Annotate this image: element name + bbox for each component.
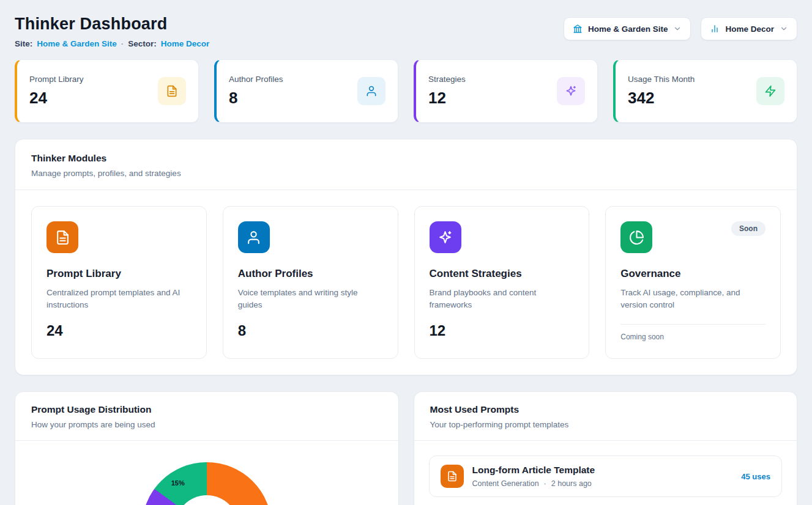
sector-selector-dropdown[interactable]: Home Decor [701,17,797,40]
prompt-usage-panel: Prompt Usage Distribution How your promp… [15,391,399,505]
module-top [47,221,192,253]
prompt-item-meta: Content Generation · 2 hours ago [472,479,733,488]
module-description: Track AI usage, compliance, and version … [620,287,765,312]
bar-chart-icon [710,24,720,34]
module-card-content-strategies[interactable]: Content Strategies Brand playbooks and c… [414,206,590,359]
pie-chart-icon [620,221,652,253]
stat-card-prompt-library: Prompt Library 24 [15,59,199,123]
site-link[interactable]: Home & Garden Site [37,39,117,48]
donut-chart-wrap: 15% [142,462,272,505]
module-title: Content Strategies [430,268,575,280]
chevron-down-icon [673,24,682,33]
module-title: Governance [620,268,765,280]
prompt-list-item[interactable]: Long-form Article Template Content Gener… [429,455,783,497]
module-description: Brand playbooks and content frameworks [430,287,575,312]
stat-info: Usage This Month 342 [628,75,695,108]
building-icon [573,24,583,34]
usage-panel-header: Prompt Usage Distribution How your promp… [15,392,398,441]
module-count: 8 [238,322,383,339]
usage-panel-title: Prompt Usage Distribution [31,404,382,415]
donut-segment-label: 15% [171,479,185,487]
stat-label: Usage This Month [628,75,695,84]
soon-badge: Soon [731,221,765,236]
modules-section-title: Thinker Modules [31,153,781,164]
module-card-author-profiles[interactable]: Author Profiles Voice templates and writ… [223,206,398,359]
modules-section-subtitle: Manage prompts, profiles, and strategies [31,169,781,178]
stat-card-usage: Usage This Month 342 [613,59,797,123]
prompts-panel-title: Most Used Prompts [430,404,781,415]
prompt-list: Long-form Article Template Content Gener… [414,441,797,505]
stat-value: 12 [428,89,466,108]
file-text-icon [441,465,464,488]
file-text-icon [158,77,186,105]
stat-value: 24 [29,89,84,108]
usage-panel-subtitle: How your prompts are being used [31,420,382,429]
divider [620,324,765,325]
thinker-modules-section: Thinker Modules Manage prompts, profiles… [15,139,797,375]
stat-card-author-profiles: Author Profiles 8 [214,59,398,123]
prompts-panel-subtitle: Your top-performing prompt templates [430,420,781,429]
stats-row: Prompt Library 24 Author Profiles 8 Stra… [15,59,797,123]
meta-separator: · [544,479,546,488]
breadcrumb: Site: Home & Garden Site · Sector: Home … [15,39,209,48]
site-selector-label: Home & Garden Site [588,24,668,34]
coming-soon-note: Coming soon [620,333,765,341]
module-count: 24 [47,322,192,339]
modules-section-header: Thinker Modules Manage prompts, profiles… [15,139,797,190]
bottom-panels: Prompt Usage Distribution How your promp… [15,391,797,505]
user-icon [238,221,270,253]
prompt-item-category: Content Generation [472,479,539,488]
prompt-item-time: 2 hours ago [551,479,592,488]
sparkle-star-icon [557,77,585,105]
user-icon [357,77,386,105]
stat-value: 8 [229,89,283,108]
page-title: Thinker Dashboard [15,15,209,34]
module-card-prompt-library[interactable]: Prompt Library Centralized prompt templa… [31,206,207,359]
dashboard-page: Thinker Dashboard Site: Home & Garden Si… [0,0,812,505]
module-top: Soon [620,221,765,253]
most-used-prompts-panel: Most Used Prompts Your top-performing pr… [414,391,798,505]
stat-info: Author Profiles 8 [229,75,283,108]
module-title: Prompt Library [47,268,192,280]
module-description: Centralized prompt templates and AI inst… [47,287,192,312]
sector-label: Sector: [128,39,157,48]
sector-link[interactable]: Home Decor [161,39,210,48]
module-title: Author Profiles [238,268,383,280]
chevron-down-icon [780,24,788,33]
module-top [430,221,575,253]
prompt-item-main: Long-form Article Template Content Gener… [472,465,733,488]
module-top [238,221,383,253]
stat-card-strategies: Strategies 12 [414,59,598,123]
stat-label: Prompt Library [29,75,84,84]
module-description: Voice templates and writing style guides [238,287,383,312]
prompts-panel-header: Most Used Prompts Your top-performing pr… [414,392,797,441]
module-card-governance[interactable]: Soon Governance Track AI usage, complian… [605,206,781,359]
site-label: Site: [15,39,32,48]
sparkle-star-icon [430,221,461,253]
stat-info: Strategies 12 [428,75,466,108]
site-selector-dropdown[interactable]: Home & Garden Site [564,17,691,40]
prompt-item-title: Long-form Article Template [472,465,733,476]
topbar: Thinker Dashboard Site: Home & Garden Si… [15,15,797,48]
header-selectors: Home & Garden Site Home Decor [564,17,797,40]
title-block: Thinker Dashboard Site: Home & Garden Si… [15,15,209,48]
stat-info: Prompt Library 24 [29,75,84,108]
lightning-icon [756,77,784,105]
stat-label: Strategies [428,75,466,84]
modules-grid: Prompt Library Centralized prompt templa… [15,190,797,375]
meta-separator: · [121,39,124,48]
file-text-icon [47,221,78,253]
stat-label: Author Profiles [229,75,283,84]
module-count: 12 [430,322,575,339]
prompt-item-uses: 45 uses [741,472,770,481]
sector-selector-label: Home Decor [725,24,774,34]
stat-value: 342 [628,89,695,108]
